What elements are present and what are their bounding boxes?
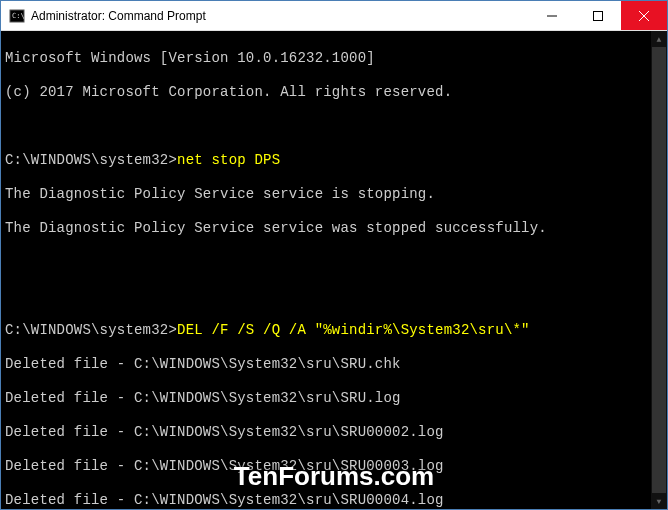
scroll-down-arrow[interactable]: ▼ — [651, 493, 667, 509]
cmd-icon: C:\ — [9, 8, 25, 24]
command-prompt-window: C:\ Administrator: Command Prompt Micros… — [0, 0, 668, 510]
close-button[interactable] — [621, 1, 667, 30]
scrollbar-track[interactable] — [651, 47, 667, 493]
maximize-button[interactable] — [575, 1, 621, 30]
prompt: C:\WINDOWS\system32> — [5, 152, 177, 168]
version-line: Microsoft Windows [Version 10.0.16232.10… — [5, 50, 663, 67]
minimize-button[interactable] — [529, 1, 575, 30]
copyright-line: (c) 2017 Microsoft Corporation. All righ… — [5, 84, 663, 101]
window-title: Administrator: Command Prompt — [31, 9, 529, 23]
command-text: net stop DPS — [177, 152, 280, 168]
output-line: Deleted file - C:\WINDOWS\System32\sru\S… — [5, 424, 663, 441]
blank-line — [5, 254, 663, 271]
prompt: C:\WINDOWS\system32> — [5, 322, 177, 338]
command-line: C:\WINDOWS\system32>DEL /F /S /Q /A "%wi… — [5, 322, 663, 339]
scrollbar-thumb[interactable] — [652, 47, 666, 493]
svg-text:C:\: C:\ — [12, 12, 25, 20]
output-line: Deleted file - C:\WINDOWS\System32\sru\S… — [5, 492, 663, 509]
output-line: Deleted file - C:\WINDOWS\System32\sru\S… — [5, 390, 663, 407]
output-line: Deleted file - C:\WINDOWS\System32\sru\S… — [5, 458, 663, 475]
command-line: C:\WINDOWS\system32>net stop DPS — [5, 152, 663, 169]
scroll-up-arrow[interactable]: ▲ — [651, 31, 667, 47]
blank-line — [5, 288, 663, 305]
command-text: DEL /F /S /Q /A "%windir%\System32\sru\*… — [177, 322, 530, 338]
terminal-output[interactable]: Microsoft Windows [Version 10.0.16232.10… — [1, 31, 667, 509]
titlebar[interactable]: C:\ Administrator: Command Prompt — [1, 1, 667, 31]
output-line: Deleted file - C:\WINDOWS\System32\sru\S… — [5, 356, 663, 373]
svg-rect-3 — [594, 11, 603, 20]
scrollbar[interactable]: ▲ ▼ — [651, 31, 667, 509]
output-line: The Diagnostic Policy Service service is… — [5, 186, 663, 203]
window-controls — [529, 1, 667, 30]
output-line: The Diagnostic Policy Service service wa… — [5, 220, 663, 237]
blank-line — [5, 118, 663, 135]
